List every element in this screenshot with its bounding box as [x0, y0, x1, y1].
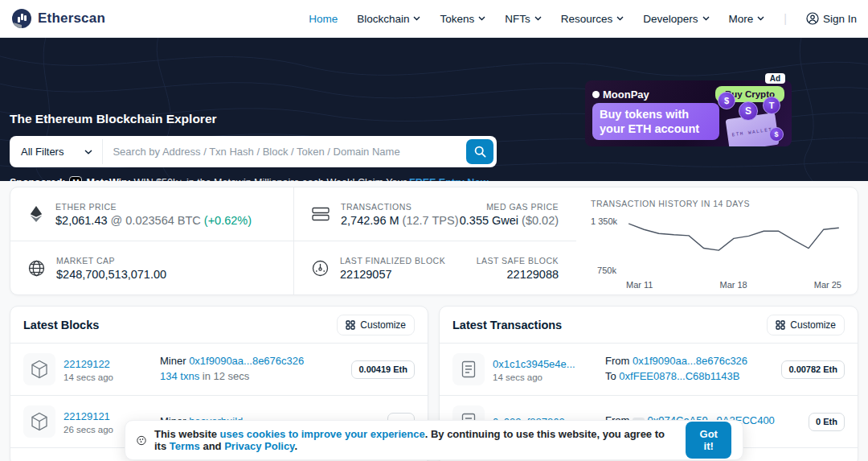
block-age: 14 secs ago [63, 373, 152, 382]
sponsor-text: WIN $50k+ in the Metawin Millionaire eac… [131, 177, 409, 181]
chevron-down-icon [478, 16, 485, 21]
chart-title: TRANSACTION HISTORY IN 14 DAYS [591, 199, 843, 208]
brand-name: Etherscan [38, 10, 105, 27]
cookie-text: This website uses cookies to improve you… [154, 428, 678, 452]
block-number-link[interactable]: 22129121 [63, 410, 110, 422]
ethereum-icon [28, 205, 44, 223]
chart-x-axis: Mar 11 Mar 18 Mar 25 [626, 280, 841, 290]
line-chart [626, 216, 841, 272]
block-time-span: in 12 secs [199, 370, 249, 382]
chevron-down-icon [84, 150, 92, 154]
moonpay-logo-icon [592, 91, 600, 98]
server-icon [312, 206, 330, 222]
moonpay-logo: MoonPay [592, 88, 649, 101]
etherscan-logo-icon [11, 8, 32, 29]
miner-link[interactable]: 0x1f9090aa...8e676c326 [189, 355, 304, 367]
chart-xtick: Mar 25 [814, 280, 841, 290]
transactions-label: TRANSACTIONS [341, 202, 458, 212]
med-gas-price-value[interactable]: 0.355 Gwei ($0.02) [460, 214, 559, 227]
block-row: 22129122 14 secs ago Miner 0x1f9090aa...… [10, 344, 428, 396]
gauge-icon [312, 260, 329, 277]
coin-icon: T [763, 97, 780, 114]
user-icon [806, 12, 819, 25]
got-it-button[interactable]: Got it! [686, 422, 731, 459]
block-number-link[interactable]: 22129122 [63, 358, 110, 370]
nav-item-nfts[interactable]: NFTs [505, 13, 542, 25]
txn-hash-link[interactable]: 0x1c1c3945e4e... [493, 358, 575, 370]
nav-divider: | [784, 12, 787, 25]
latest-blocks-title: Latest Blocks [23, 319, 99, 331]
cookie-consent-banner: This website uses cookies to improve you… [125, 420, 743, 460]
top-navigation: Etherscan Home Blockchain Tokens NFTs Re… [0, 0, 868, 38]
last-safe-block-value[interactable]: 22129088 [477, 268, 559, 281]
cookies-policy-link[interactable]: uses cookies to improve your experience [220, 428, 425, 440]
hero-section: The Ethereum Blockchain Explorer All Fil… [0, 38, 868, 181]
search-filter-dropdown[interactable]: All Filters [13, 139, 103, 164]
to-address-link[interactable]: 0xfFEE0878...C68b1143B [619, 370, 739, 382]
stats-column-network: TRANSACTIONS 2,742.96 M (12.7 TPS) MED G… [293, 187, 576, 294]
stats-column-price: ETHER PRICE $2,061.43 @ 0.023564 BTC (+0… [10, 187, 293, 294]
nav-item-more[interactable]: More [729, 13, 765, 25]
search-icon [474, 146, 486, 158]
med-gas-price-label: MED GAS PRICE [460, 202, 559, 212]
search-input[interactable] [103, 146, 466, 158]
document-icon [452, 353, 485, 385]
sign-in-button[interactable]: Sign In [806, 12, 857, 25]
moonpay-ad-banner[interactable]: MoonPay Buy Crypto ETH WALLET $ S T $ Bu… [585, 80, 792, 146]
sponsored-label: Sponsored: [10, 177, 65, 181]
etherscan-logo[interactable]: Etherscan [11, 8, 105, 29]
grid-icon [776, 320, 785, 330]
sponsored-line: Sponsored: M MetaWin: WIN $50k+ in the M… [10, 176, 491, 181]
customize-button[interactable]: Customize [337, 315, 415, 335]
coin-icon: $ [769, 127, 784, 142]
globe-icon [28, 260, 45, 277]
chart-xtick: Mar 11 [626, 280, 653, 290]
txn-value-badge: 0 Eth [809, 413, 845, 431]
metawin-icon: M [69, 176, 82, 181]
nav-item-blockchain[interactable]: Blockchain [357, 13, 420, 25]
to-prefix: To [605, 370, 619, 382]
transaction-history-chart: TRANSACTION HISTORY IN 14 DAYS 1 350k 75… [576, 187, 858, 294]
chevron-down-icon [534, 16, 542, 21]
search-button[interactable] [466, 139, 493, 164]
chevron-down-icon [413, 16, 420, 21]
last-finalized-block-value[interactable]: 22129057 [340, 268, 445, 281]
sponsor-cta-link[interactable]: FREE Entry Now. [409, 177, 491, 181]
ad-artwork: ETH WALLET $ S T $ [716, 95, 790, 145]
nav-item-tokens[interactable]: Tokens [440, 13, 485, 25]
network-stats-card: ETHER PRICE $2,061.43 @ 0.023564 BTC (+0… [10, 187, 858, 295]
search-bar: All Filters [10, 136, 497, 167]
nav-menu: Home Blockchain Tokens NFTs Resources De… [309, 12, 857, 25]
block-txns-link[interactable]: 134 txns [160, 370, 199, 382]
last-finalized-block-label: LAST FINALIZED BLOCK [340, 256, 445, 265]
market-cap-label: MARKET CAP [56, 256, 166, 265]
coin-icon: $ [718, 92, 735, 109]
transaction-row: 0x1c1c3945e4e... 14 secs ago From 0x1f90… [440, 344, 858, 396]
ether-price-value[interactable]: $2,061.43 @ 0.023564 BTC (+0.62%) [55, 214, 252, 227]
privacy-policy-link[interactable]: Privacy Policy [224, 440, 294, 452]
sponsor-brand: MetaWin: [86, 177, 130, 181]
block-reward-badge: 0.00419 Eth [351, 360, 415, 379]
transactions-value[interactable]: 2,742.96 M (12.7 TPS) [341, 214, 458, 227]
chevron-down-icon [757, 16, 764, 21]
ad-headline: Buy tokens withyour ETH account [592, 103, 719, 140]
from-address-link[interactable]: 0x1f9090aa...8e676c326 [633, 355, 747, 367]
ad-container: Ad MoonPay Buy Crypto ETH WALLET $ S T $… [585, 80, 792, 153]
coin-icon: S [739, 101, 758, 121]
last-safe-block-label: LAST SAFE BLOCK [477, 256, 559, 265]
grid-icon [346, 320, 355, 330]
from-prefix: From [605, 355, 633, 367]
cookie-icon [137, 434, 146, 447]
nav-item-developers[interactable]: Developers [643, 13, 709, 25]
txn-value-badge: 0.00782 Eth [781, 360, 845, 379]
nav-item-resources[interactable]: Resources [561, 13, 624, 25]
terms-link[interactable]: Terms [170, 440, 200, 452]
chart-ytick-max: 1 350k [591, 216, 617, 226]
nav-item-home[interactable]: Home [309, 13, 338, 25]
latest-transactions-title: Latest Transactions [452, 319, 562, 331]
chevron-down-icon [616, 16, 624, 21]
chart-xtick: Mar 18 [719, 280, 747, 290]
ad-badge: Ad [765, 73, 785, 84]
customize-button[interactable]: Customize [767, 315, 845, 335]
market-cap-value[interactable]: $248,700,513,071.00 [56, 268, 166, 281]
